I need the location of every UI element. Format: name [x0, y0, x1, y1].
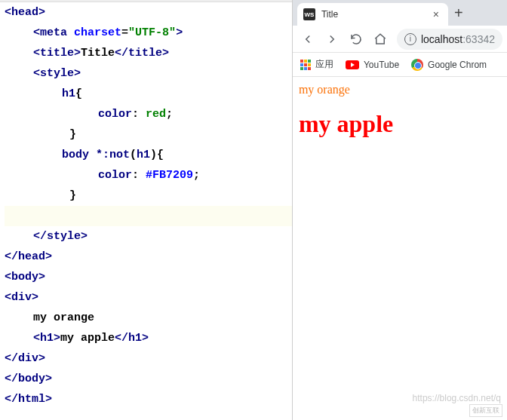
- code-area[interactable]: <head> <meta charset="UTF-8"> <title>Tit…: [0, 2, 292, 409]
- code-text-apple: my apple: [60, 332, 115, 345]
- rule1-prop: color: [98, 108, 132, 121]
- browser-window: WS Title × + i localhost:63342 应用: [292, 0, 507, 420]
- watermark-url: https://blog.csdn.net/q: [413, 393, 501, 403]
- rendered-apple-heading: my apple: [299, 110, 501, 138]
- h1-open: h1: [40, 332, 54, 345]
- home-button[interactable]: [370, 29, 391, 50]
- body-close: body: [18, 372, 45, 385]
- new-tab-button[interactable]: +: [448, 5, 469, 22]
- youtube-label: YouTube: [364, 60, 399, 70]
- chrome-icon: [411, 59, 423, 71]
- site-info-icon[interactable]: i: [404, 33, 416, 45]
- head-open-tag: head: [11, 6, 38, 19]
- browser-tab[interactable]: WS Title ×: [297, 3, 448, 26]
- rule2-val: #FB7209: [146, 169, 193, 182]
- title-text: Title: [81, 47, 115, 60]
- body-open: body: [11, 271, 38, 284]
- bookmark-chrome[interactable]: Google Chrom: [411, 59, 487, 71]
- html-close: html: [18, 393, 45, 406]
- style-open: style: [40, 67, 74, 80]
- url-field[interactable]: i localhost:63342: [397, 29, 502, 50]
- arrow-right-icon: [325, 32, 339, 46]
- div-close: div: [18, 352, 38, 365]
- tab-strip: WS Title × +: [293, 0, 507, 26]
- bookmark-bar: 应用 YouTube Google Chrom: [293, 53, 507, 77]
- reload-icon: [349, 32, 363, 46]
- rule1-sel: h1: [62, 87, 75, 100]
- active-line[interactable]: [5, 206, 292, 226]
- apps-icon: [300, 60, 311, 70]
- meta-tag: meta: [40, 26, 67, 39]
- favicon: WS: [303, 8, 315, 20]
- chrome-label: Google Chrom: [428, 60, 487, 70]
- reload-button[interactable]: [346, 29, 367, 50]
- url-text: localhost:63342: [421, 33, 495, 45]
- apps-button[interactable]: 应用: [300, 58, 333, 71]
- rule2-star: *: [96, 149, 103, 161]
- div-open: div: [11, 291, 32, 304]
- home-icon: [373, 32, 387, 46]
- rule2-prop: color: [98, 169, 132, 182]
- back-button[interactable]: [297, 29, 318, 50]
- forward-button[interactable]: [321, 29, 343, 50]
- tab-title: Title: [321, 9, 430, 20]
- rule2-body: body: [62, 149, 96, 161]
- head-close: head: [18, 250, 45, 263]
- close-icon[interactable]: ×: [430, 8, 442, 20]
- title-open: title: [40, 47, 74, 60]
- rule2-not: :not: [103, 149, 130, 161]
- arrow-left-icon: [301, 32, 315, 46]
- rule2-arg: h1: [137, 149, 150, 161]
- page-viewport: my orange my apple https://blog.csdn.net…: [293, 77, 507, 420]
- style-close: style: [47, 230, 81, 243]
- bookmark-youtube[interactable]: YouTube: [346, 60, 399, 70]
- rule1-val: red: [146, 108, 166, 121]
- title-close: title: [128, 47, 162, 60]
- code-editor[interactable]: <head> <meta charset="UTF-8"> <title>Tit…: [0, 0, 292, 420]
- watermark-logo: 创新互联: [469, 404, 502, 417]
- apps-label: 应用: [315, 58, 333, 71]
- rendered-orange-text: my orange: [299, 83, 501, 97]
- code-text-orange: my orange: [33, 311, 94, 324]
- youtube-icon: [346, 60, 359, 69]
- address-bar: i localhost:63342: [293, 26, 507, 53]
- meta-attr: charset: [74, 26, 121, 39]
- meta-val: UTF-8: [135, 26, 169, 39]
- h1-close: h1: [128, 332, 142, 345]
